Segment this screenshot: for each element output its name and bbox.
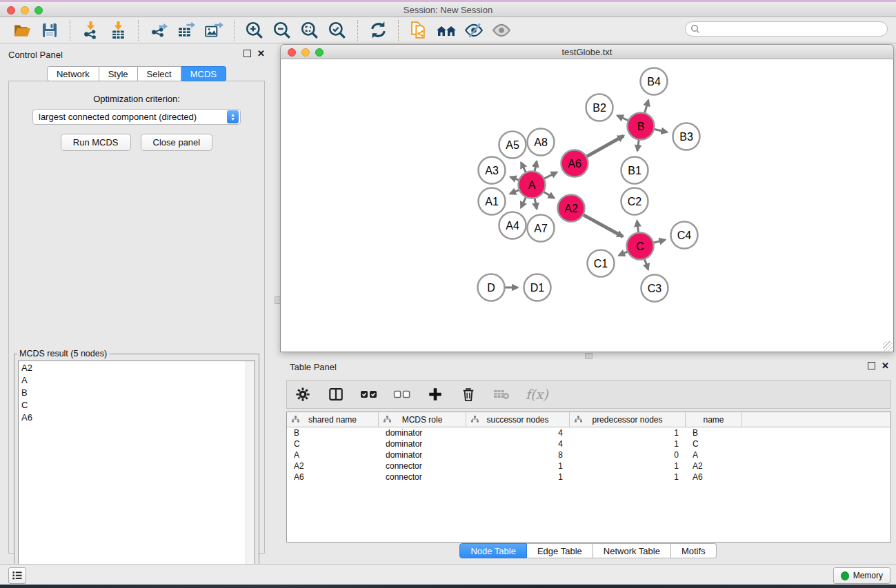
node-B[interactable]: B	[628, 113, 655, 140]
show-column-icon[interactable]	[327, 385, 345, 403]
zoom-selected-icon[interactable]	[327, 20, 348, 41]
cell-successor-nodes[interactable]: 8	[466, 450, 570, 460]
cell-MCDS-role[interactable]: dominator	[379, 450, 466, 460]
cell-shared-name[interactable]: A2	[287, 461, 379, 471]
cell-successor-nodes[interactable]: 1	[466, 472, 570, 482]
zoom-out-icon[interactable]	[272, 20, 292, 41]
hide-graphics-details-icon[interactable]	[464, 20, 484, 41]
cell-shared-name[interactable]: B	[287, 428, 379, 438]
node-C4[interactable]: C4	[671, 222, 698, 249]
node-A1[interactable]: A1	[479, 188, 506, 215]
edge-A2-C[interactable]	[583, 214, 623, 236]
cell-successor-nodes[interactable]: 4	[466, 428, 570, 438]
tab-edge-table[interactable]: Edge Table	[527, 543, 593, 558]
node-D[interactable]: D	[478, 274, 505, 301]
edge-A-A2[interactable]	[544, 192, 555, 198]
tab-mcds[interactable]: MCDS	[181, 66, 226, 81]
export-table-icon[interactable]	[176, 20, 197, 41]
cell-name[interactable]: C	[686, 439, 742, 449]
cell-MCDS-role[interactable]: connector	[379, 472, 466, 482]
criterion-dropdown[interactable]: largest connected component (directed) ▲…	[32, 109, 241, 125]
table-row[interactable]: A6connector11A6	[287, 472, 890, 483]
search-field[interactable]	[685, 21, 888, 37]
unselect-all-checkboxes-icon[interactable]	[393, 385, 411, 403]
node-B4[interactable]: B4	[641, 68, 668, 95]
edge-B-B2[interactable]	[617, 116, 628, 121]
column-header-name[interactable]: name	[686, 412, 742, 427]
copy-network-icon[interactable]	[408, 20, 429, 41]
node-A5[interactable]: A5	[499, 132, 526, 159]
run-mcds-button[interactable]: Run MCDS	[61, 134, 131, 151]
zoom-fit-icon[interactable]	[299, 20, 320, 41]
tab-style[interactable]: Style	[99, 66, 138, 81]
table-row[interactable]: A2connector11A2	[287, 460, 890, 472]
save-session-icon[interactable]	[39, 20, 60, 41]
column-header-predecessor-nodes[interactable]: predecessor nodes	[570, 412, 686, 427]
result-item[interactable]: A	[19, 374, 255, 386]
cell-predecessor-nodes[interactable]: 1	[570, 428, 686, 438]
column-header-MCDS-role[interactable]: MCDS role	[379, 412, 466, 427]
tab-motifs[interactable]: Motifs	[671, 543, 717, 558]
network-graph[interactable]: A5A8A3A6AA1A2A4A7B4B2BB3B1C2CC4C1C3DD1	[281, 59, 893, 351]
show-graphics-details-icon[interactable]	[491, 20, 512, 41]
delete-table-icon[interactable]	[492, 385, 510, 403]
result-item[interactable]: A2	[19, 361, 255, 374]
node-A6[interactable]: A6	[561, 150, 588, 177]
edge-A6-B[interactable]	[586, 136, 624, 156]
cell-name[interactable]: B	[686, 428, 742, 438]
node-C2[interactable]: C2	[621, 188, 648, 215]
export-network-icon[interactable]	[148, 20, 169, 41]
cell-MCDS-role[interactable]: connector	[379, 461, 466, 471]
cell-name[interactable]: A6	[686, 472, 742, 482]
edge-C-C4[interactable]	[653, 240, 665, 243]
cell-shared-name[interactable]: A	[287, 450, 379, 460]
close-panel-icon[interactable]: ✕	[257, 50, 265, 57]
result-item[interactable]: B	[19, 386, 255, 398]
cell-successor-nodes[interactable]: 1	[466, 461, 570, 471]
network-canvas[interactable]: A5A8A3A6AA1A2A4A7B4B2BB3B1C2CC4C1C3DD1	[280, 59, 894, 352]
cell-name[interactable]: A2	[686, 461, 742, 471]
network-window-titlebar[interactable]: testGlobe.txt	[280, 44, 894, 59]
node-C1[interactable]: C1	[588, 250, 615, 277]
cell-predecessor-nodes[interactable]: 1	[570, 461, 686, 471]
add-column-icon[interactable]	[426, 385, 444, 403]
float-table-panel-icon[interactable]	[868, 362, 875, 369]
edge-A-A1[interactable]	[510, 190, 519, 194]
node-B3[interactable]: B3	[673, 123, 700, 150]
edge-C-C2[interactable]	[637, 221, 638, 232]
edge-A-A5[interactable]	[521, 163, 526, 173]
memory-button[interactable]: Memory	[833, 567, 890, 584]
settings-gear-icon[interactable]	[294, 385, 312, 403]
refresh-icon[interactable]	[368, 20, 388, 41]
edge-B-B4[interactable]	[644, 100, 648, 113]
task-history-button[interactable]	[8, 567, 26, 584]
edge-B-B1[interactable]	[637, 139, 639, 150]
edge-C-C1[interactable]	[619, 252, 628, 256]
edge-A-A6[interactable]	[544, 172, 557, 179]
open-file-icon[interactable]	[12, 20, 32, 41]
tab-node-table[interactable]: Node Table	[459, 543, 527, 558]
node-B1[interactable]: B1	[621, 157, 648, 184]
tab-network[interactable]: Network	[47, 66, 99, 81]
export-image-icon[interactable]	[203, 20, 224, 41]
edge-C-C3[interactable]	[644, 258, 648, 270]
result-item[interactable]: C	[19, 398, 255, 411]
node-D1[interactable]: D1	[524, 274, 551, 301]
cell-predecessor-nodes[interactable]: 1	[570, 472, 686, 482]
table-row[interactable]: Bdominator41B	[287, 427, 890, 438]
cell-MCDS-role[interactable]: dominator	[379, 428, 466, 438]
edge-A-A7[interactable]	[535, 198, 537, 209]
node-B2[interactable]: B2	[586, 94, 613, 121]
import-network-icon[interactable]	[80, 20, 101, 41]
result-item[interactable]: A6	[19, 411, 255, 423]
node-C3[interactable]: C3	[641, 275, 668, 302]
result-scrollbar[interactable]	[246, 361, 255, 583]
resize-grip-icon[interactable]	[883, 341, 893, 351]
tab-select[interactable]: Select	[138, 66, 181, 81]
home-layout-icon[interactable]	[436, 20, 457, 41]
edge-A-A3[interactable]	[510, 177, 519, 181]
cell-shared-name[interactable]: A6	[287, 472, 379, 482]
delete-column-icon[interactable]	[459, 385, 477, 403]
edge-B-B3[interactable]	[654, 129, 667, 132]
node-A7[interactable]: A7	[528, 215, 555, 242]
